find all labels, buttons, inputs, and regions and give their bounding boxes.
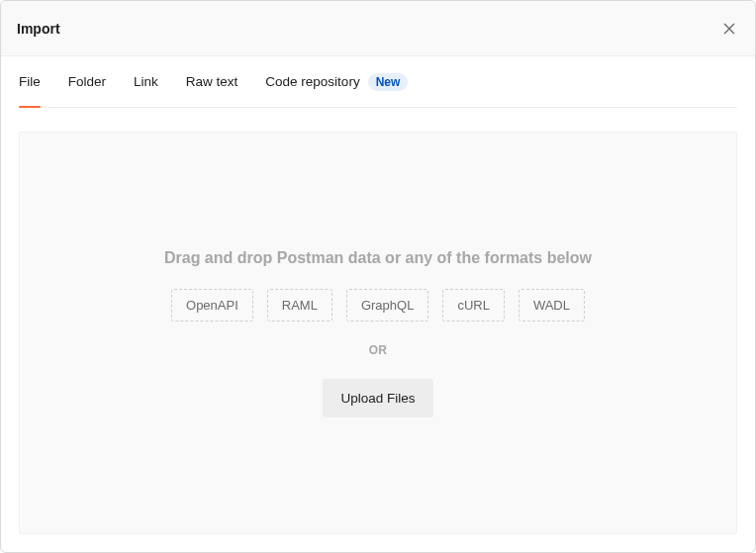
tab-label: Code repository (265, 74, 359, 89)
content-area: Drag and drop Postman data or any of the… (1, 108, 755, 552)
tab-label: File (19, 74, 41, 89)
tab-file[interactable]: File (19, 56, 41, 107)
format-raml: RAML (267, 289, 332, 322)
new-badge: New (368, 73, 409, 91)
format-graphql: GraphQL (346, 289, 428, 322)
tab-label: Link (134, 74, 158, 89)
close-button[interactable] (719, 19, 739, 39)
tab-code-repository[interactable]: Code repository New (265, 56, 408, 107)
or-separator: OR (369, 343, 388, 357)
import-modal: Import File Folder Link Raw text Code re… (0, 0, 756, 553)
close-icon (721, 21, 737, 37)
tab-raw-text[interactable]: Raw text (186, 56, 238, 107)
tab-label: Raw text (186, 74, 238, 89)
upload-files-button[interactable]: Upload Files (323, 379, 432, 417)
tab-label: Folder (68, 74, 106, 89)
tabs-container: File Folder Link Raw text Code repositor… (1, 56, 755, 108)
tabs: File Folder Link Raw text Code repositor… (19, 56, 737, 108)
format-wadl: WADL (519, 289, 585, 322)
tab-folder[interactable]: Folder (68, 56, 106, 107)
format-openapi: OpenAPI (171, 289, 253, 322)
format-list: OpenAPI RAML GraphQL cURL WADL (171, 289, 585, 322)
tab-link[interactable]: Link (134, 56, 158, 107)
dropzone[interactable]: Drag and drop Postman data or any of the… (19, 132, 737, 534)
format-curl: cURL (442, 289, 505, 322)
modal-header: Import (1, 1, 755, 56)
drop-instruction: Drag and drop Postman data or any of the… (164, 249, 592, 267)
modal-title: Import (17, 21, 60, 37)
